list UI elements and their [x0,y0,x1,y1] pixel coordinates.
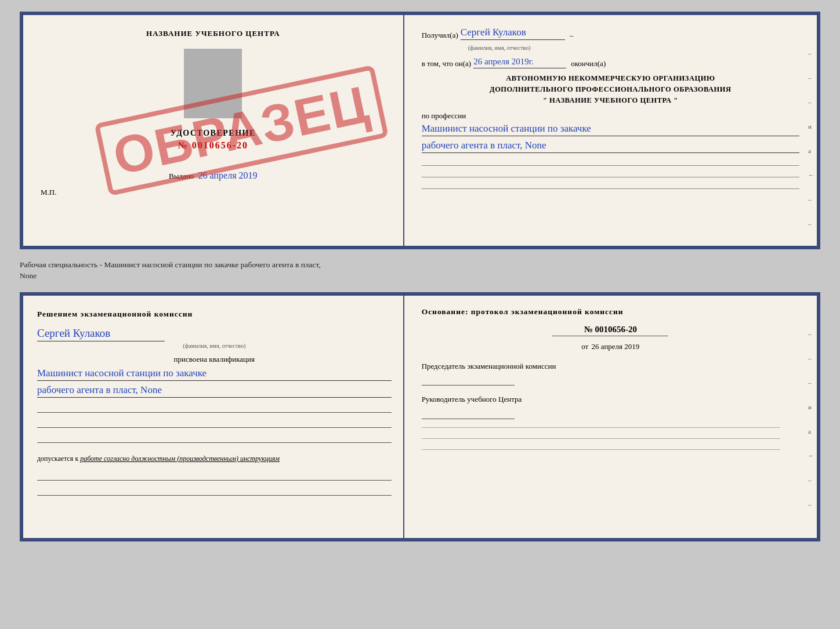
blank-line-2 [37,416,392,428]
bottom-document: Решением экзаменационной комиссии Сергей… [20,292,820,541]
bottom-right-panel: Основание: протокол экзаменационной коми… [404,296,817,538]
prisvoena-text: присвоена квалификация [37,355,392,364]
top-center-title: НАЗВАНИЕ УЧЕБНОГО ЦЕНТРА [146,29,280,38]
dash-after-name: – [570,31,574,40]
vydano-date: 26 апреля 2019 [198,170,258,180]
top-document: НАЗВАНИЕ УЧЕБНОГО ЦЕНТРА ОБРАЗЕЦ УДОСТОВ… [20,12,820,249]
rukov-sign-line [422,408,515,419]
okonchil-label: окончил(а) [571,59,606,68]
org-text-1: АВТОНОМНУЮ НЕКОММЕРЧЕСКУЮ ОРГАНИЗАЦИЮ ДО… [422,73,799,106]
top-right-panel: Получил(а) Сергей Кулаков – (фамилия, им… [404,15,817,246]
ot-date: 26 апреля 2019 [592,342,640,351]
ot-label: от [581,342,588,351]
dopusk-label: допускается к [37,455,78,463]
top-left-panel: НАЗВАНИЕ УЧЕБНОГО ЦЕНТРА ОБРАЗЕЦ УДОСТОВ… [23,15,404,246]
profession-line1: Машинист насосной станции по закачке [422,123,799,136]
bottom-left-panel: Решением экзаменационной комиссии Сергей… [23,296,404,538]
bottom-name-block: Сергей Кулаков (фамилия, имя, отчество) [37,327,392,349]
mp-line: М.П. [41,188,56,197]
poluchil-name: Сергей Кулаков [461,27,565,40]
rukov-label: Руководитель учебного Центра [422,394,799,405]
fio-subtext: (фамилия, имя, отчество) [468,45,799,51]
kvalif-line1: Машинист насосной станции по закачке [37,368,392,381]
vydano-line: Выдано 26 апреля 2019 [169,170,257,181]
horizontal-lines [422,427,799,450]
side-marks-right: – – – и а ← – – [808,50,814,227]
bottom-side-marks: – – – и а ← – – [808,330,814,508]
dopusk-text: допускается к работе согласно должностны… [37,455,392,463]
ot-line: от 26 апреля 2019 [422,342,799,351]
blank-line-1 [37,401,392,413]
kvalif-line2: рабочего агента в пласт, None [37,384,392,398]
predsedatel-block: Председатель экзаменационной комиссии [422,361,799,386]
osnov-title: Основание: протокол экзаменационной коми… [422,307,799,317]
po-professii-label: по профессии [422,111,799,121]
photo-placeholder [184,49,242,118]
poluchil-line: Получил(а) Сергей Кулаков – [422,27,799,40]
poluchil-label: Получил(а) [422,31,458,40]
dash-line-2 [422,168,799,177]
udost-title: УДОСТОВЕРЕНИЕ [171,129,256,138]
blank-line-3 [37,431,392,443]
komissia-title: Решением экзаменационной комиссии [37,310,392,319]
dash-line-3 [422,180,799,189]
dash-line-1 [422,157,799,166]
rukov-block: Руководитель учебного Центра [422,394,799,419]
vtom-date: 26 апреля 2019г. [473,57,566,68]
udost-number: № 0010656-20 [178,140,248,151]
bottom-number: № 0010656-20 [552,325,668,336]
blank-line-5 [37,484,392,496]
predsedatel-sign-line [422,374,515,386]
blank-line-4 [37,469,392,481]
vydano-label: Выдано [169,172,194,180]
bottom-fio-subtext: (фамилия, имя, отчество) [37,343,392,349]
dopusk-italic: работе согласно должностным (производств… [80,455,280,463]
separator-text: Рабочая специальность - Машинист насосно… [20,260,820,282]
bottom-name: Сергей Кулаков [37,327,165,341]
predsedatel-label: Председатель экзаменационной комиссии [422,361,799,372]
vtom-label: в том, что он(а) [422,59,472,68]
profession-line2: рабочего агента в пласт, None [422,140,799,153]
vtom-line: в том, что он(а) 26 апреля 2019г. окончи… [422,57,799,68]
